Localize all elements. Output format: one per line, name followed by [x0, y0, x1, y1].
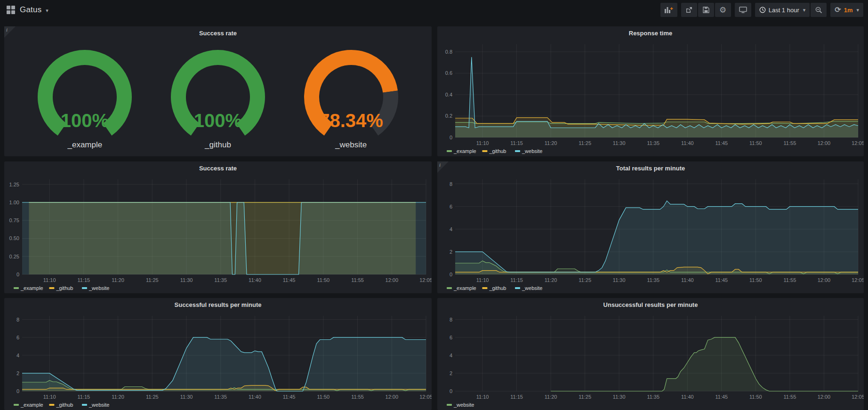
- svg-text:11:35: 11:35: [214, 277, 227, 283]
- svg-text:_example: _example: [20, 402, 43, 408]
- svg-text:11:55: 11:55: [351, 394, 364, 400]
- add-panel-button[interactable]: [660, 3, 677, 17]
- panel-total-results: i Total results per minute 0246811:1011:…: [437, 161, 864, 293]
- save-button[interactable]: [698, 3, 714, 17]
- dashboard-grid-icon[interactable]: [7, 6, 15, 14]
- svg-text:11:45: 11:45: [715, 140, 728, 146]
- zoom-out-button[interactable]: [811, 3, 827, 17]
- svg-text:_github: _github: [489, 148, 506, 154]
- gauge-_example: 100%_example: [26, 46, 144, 150]
- svg-text:11:55: 11:55: [784, 394, 796, 400]
- svg-text:_website: _website: [453, 402, 474, 408]
- zoom-out-icon: [815, 7, 822, 14]
- svg-text:11:20: 11:20: [112, 394, 124, 400]
- svg-text:_website: _website: [88, 402, 109, 408]
- successful-results-chart[interactable]: 0246811:1011:1511:2011:2511:3011:3511:40…: [4, 311, 432, 410]
- page-title[interactable]: Gatus ▾: [20, 5, 48, 15]
- time-range-label: Last 1 hour: [769, 7, 799, 14]
- panel-info-icon[interactable]: i: [437, 161, 449, 173]
- svg-text:12:05: 12:05: [852, 277, 864, 283]
- panel-title[interactable]: Success rate: [4, 161, 432, 175]
- svg-text:6: 6: [450, 335, 452, 340]
- svg-text:0: 0: [450, 272, 452, 277]
- svg-text:11:10: 11:10: [476, 394, 489, 400]
- success-rate-chart[interactable]: 00.250.500.751.001.2511:1011:1511:2011:2…: [4, 175, 432, 293]
- svg-text:11:30: 11:30: [180, 277, 193, 283]
- gauge-label: _github: [205, 140, 231, 150]
- settings-button[interactable]: ⚙: [715, 3, 731, 17]
- response-time-chart[interactable]: 00.20.40.60.811:1011:1511:2011:2511:3011…: [437, 40, 864, 156]
- caret-down-icon: ▾: [856, 7, 859, 13]
- svg-text:1.00: 1.00: [9, 200, 19, 205]
- svg-text:11:35: 11:35: [647, 140, 659, 146]
- svg-text:_example: _example: [453, 285, 476, 291]
- panel-title[interactable]: Unsuccessful results per minute: [437, 298, 864, 311]
- time-picker-button[interactable]: Last 1 hour ▾: [755, 3, 810, 17]
- svg-text:_example: _example: [453, 148, 476, 154]
- svg-text:11:50: 11:50: [749, 140, 762, 146]
- unsuccessful-results-chart[interactable]: 0246811:1011:1511:2011:2511:3011:3511:40…: [437, 311, 864, 410]
- panel-title[interactable]: Successful results per minute: [4, 298, 432, 311]
- panel-title[interactable]: Response time: [437, 26, 864, 40]
- svg-text:0.2: 0.2: [445, 113, 452, 119]
- svg-text:11:15: 11:15: [510, 394, 523, 400]
- svg-text:_example: _example: [20, 285, 43, 291]
- svg-text:11:35: 11:35: [214, 394, 227, 400]
- refresh-interval-label: 1m: [844, 7, 853, 14]
- svg-text:12:00: 12:00: [386, 394, 399, 400]
- svg-text:0.50: 0.50: [9, 235, 19, 241]
- refresh-button[interactable]: ⟳ 1m ▾: [830, 3, 863, 17]
- refresh-icon: ⟳: [835, 6, 841, 14]
- svg-text:0: 0: [450, 388, 452, 394]
- svg-text:11:15: 11:15: [78, 277, 90, 283]
- panel-response-time: Response time 00.20.40.60.811:1011:1511:…: [437, 26, 864, 156]
- svg-text:11:20: 11:20: [545, 394, 557, 400]
- svg-text:11:10: 11:10: [43, 277, 56, 283]
- svg-text:2: 2: [450, 370, 452, 376]
- svg-text:4: 4: [450, 226, 452, 232]
- cycle-view-button[interactable]: [735, 3, 751, 17]
- panel-title[interactable]: Total results per minute: [437, 161, 864, 175]
- svg-text:11:25: 11:25: [579, 277, 591, 283]
- svg-text:0: 0: [16, 388, 19, 394]
- svg-text:11:55: 11:55: [784, 277, 796, 283]
- svg-text:11:10: 11:10: [476, 277, 489, 283]
- svg-text:11:45: 11:45: [283, 394, 296, 400]
- svg-text:12:05: 12:05: [419, 394, 432, 400]
- gauge-arc: 78.34%: [292, 46, 410, 140]
- svg-text:11:25: 11:25: [146, 394, 159, 400]
- total-results-chart[interactable]: 0246811:1011:1511:2011:2511:3011:3511:40…: [437, 175, 864, 293]
- svg-text:11:35: 11:35: [647, 277, 659, 283]
- panel-info-icon[interactable]: i: [4, 26, 16, 38]
- panel-title[interactable]: Success rate: [4, 26, 432, 40]
- svg-text:11:10: 11:10: [476, 140, 489, 146]
- svg-text:11:50: 11:50: [317, 394, 330, 400]
- svg-text:11:45: 11:45: [715, 394, 728, 400]
- svg-text:11:50: 11:50: [749, 277, 762, 283]
- svg-text:11:40: 11:40: [681, 394, 694, 400]
- svg-text:11:30: 11:30: [613, 140, 626, 146]
- add-panel-icon: [665, 7, 673, 13]
- svg-text:11:50: 11:50: [749, 394, 762, 400]
- svg-text:_github: _github: [489, 285, 506, 291]
- svg-text:11:20: 11:20: [112, 277, 124, 283]
- svg-text:11:15: 11:15: [510, 277, 523, 283]
- svg-text:11:35: 11:35: [647, 394, 659, 400]
- share-button[interactable]: [681, 3, 697, 17]
- svg-text:4: 4: [450, 353, 452, 358]
- svg-text:11:55: 11:55: [784, 140, 796, 146]
- svg-text:2: 2: [450, 249, 452, 255]
- gauge-arc: 100%: [159, 46, 277, 140]
- gauge-value: 78.34%: [319, 110, 383, 131]
- gauge-_website: 78.34%_website: [292, 46, 410, 150]
- svg-text:4: 4: [16, 353, 19, 358]
- gauge-row: 100%_example100%_github78.34%_website: [4, 40, 432, 156]
- svg-text:_website: _website: [522, 285, 542, 291]
- svg-text:0.25: 0.25: [9, 254, 19, 259]
- svg-text:11:45: 11:45: [715, 277, 728, 283]
- svg-text:11:55: 11:55: [351, 277, 364, 283]
- gauge-label: _website: [335, 140, 367, 150]
- svg-text:12:00: 12:00: [386, 277, 399, 283]
- svg-text:12:00: 12:00: [818, 140, 831, 146]
- svg-text:12:00: 12:00: [818, 394, 831, 400]
